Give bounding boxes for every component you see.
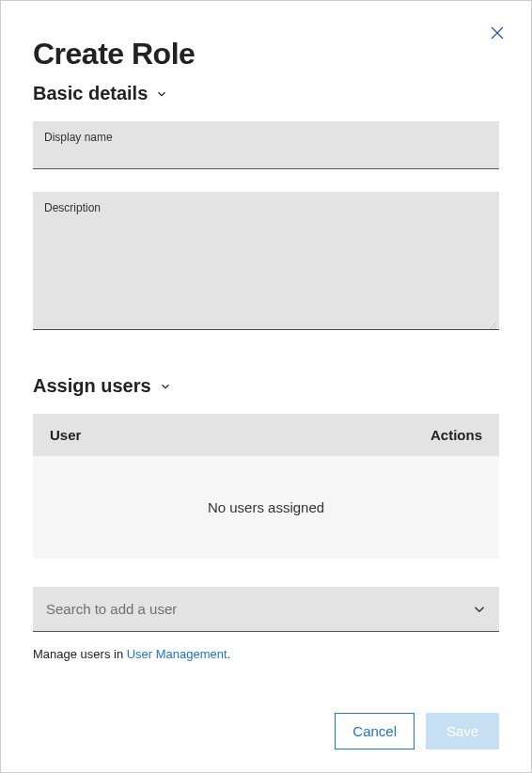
manage-users-line: Manage users in User Management. [33,647,499,661]
close-icon [489,24,506,41]
chevron-down-icon [471,601,488,618]
user-search-input[interactable] [44,600,471,618]
display-name-input[interactable] [44,145,488,160]
basic-details-heading: Basic details [33,83,148,104]
description-label: Description [44,201,488,214]
close-button[interactable] [484,20,510,46]
assign-users-toggle[interactable]: Assign users [33,375,499,397]
dialog-footer: Cancel Save [33,694,499,749]
assign-users-section: Assign users User Actions No users assig… [33,371,499,661]
description-input[interactable] [44,216,488,318]
users-table-empty: No users assigned [33,456,499,559]
display-name-label: Display name [44,131,488,144]
manage-suffix: . [227,647,231,661]
svg-line-3 [493,326,496,330]
resize-grip-icon[interactable] [487,317,496,326]
manage-prefix: Manage users in [33,647,127,661]
col-actions: Actions [430,427,482,443]
cancel-button[interactable]: Cancel [335,713,415,749]
dialog-title: Create Role [33,37,499,71]
assign-users-heading: Assign users [33,375,151,397]
display-name-field[interactable]: Display name [33,121,499,169]
user-search-row[interactable] [33,587,499,632]
user-management-link[interactable]: User Management [127,647,227,661]
users-table-header: User Actions [33,414,499,456]
save-button[interactable]: Save [426,713,499,749]
description-field[interactable]: Description [33,192,499,330]
svg-line-2 [489,323,496,330]
create-role-dialog: Create Role Basic details Display name D… [0,0,532,773]
chevron-down-icon [159,380,172,393]
basic-details-toggle[interactable]: Basic details [33,83,499,104]
chevron-down-icon [155,87,168,101]
col-user: User [50,427,81,443]
